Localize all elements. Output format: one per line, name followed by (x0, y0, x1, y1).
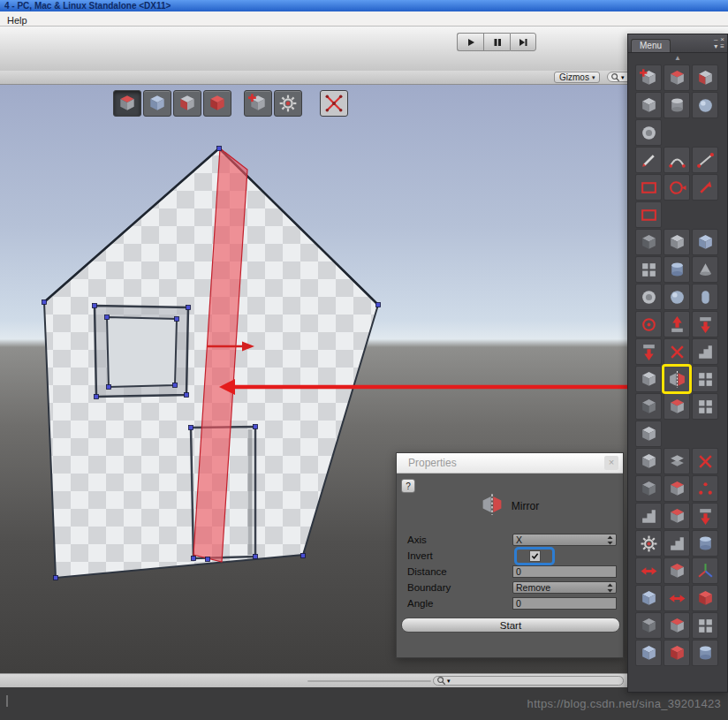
solid-red-cube-icon[interactable] (692, 585, 718, 611)
tilted-cube-icon[interactable] (635, 448, 662, 474)
pencil-icon[interactable] (635, 147, 662, 173)
collapse-arrow-icon[interactable] (692, 503, 718, 529)
axis-dropdown[interactable]: X (512, 534, 617, 546)
menu-panel-header[interactable]: Menu – × ▾ ≡ (628, 34, 727, 53)
blue-small-cube-icon[interactable] (635, 640, 662, 666)
edge-cube-icon[interactable] (692, 64, 718, 91)
steps-icon[interactable] (692, 338, 718, 365)
axis-gizmo-icon[interactable] (692, 557, 718, 584)
scroll-up-arrow[interactable]: ▲ (628, 53, 727, 64)
cylinder-icon[interactable] (664, 92, 690, 118)
check-icon (531, 552, 539, 560)
sphere-icon[interactable] (692, 92, 718, 118)
panel-caret-icon[interactable]: ▾ (714, 43, 717, 50)
arc-icon[interactable] (664, 147, 690, 173)
arrows-icon[interactable] (635, 557, 662, 584)
sphere-cube-icon[interactable] (664, 612, 690, 639)
invert-row: Invert (397, 548, 623, 564)
blue-cylinder-icon[interactable] (664, 256, 690, 283)
stack-icon[interactable] (692, 612, 718, 639)
line-points-icon[interactable] (692, 147, 718, 173)
boundary-dropdown[interactable]: Remove (512, 581, 617, 594)
red-cube-icon[interactable] (664, 64, 690, 91)
export-cube-icon[interactable] (664, 640, 690, 666)
scene-view[interactable]: Properties × ? Mirror Axis X (0, 85, 627, 673)
cube-icon[interactable] (664, 229, 690, 255)
new-shape-icon[interactable] (635, 64, 662, 91)
help-button[interactable]: ? (401, 479, 415, 493)
cube-icon[interactable] (635, 92, 662, 118)
stairs-icon[interactable] (664, 530, 690, 557)
blue-cube-icon[interactable] (635, 585, 662, 611)
extrude-down-icon[interactable] (635, 338, 662, 365)
red-cube-icon[interactable] (664, 557, 690, 584)
step-button[interactable] (510, 33, 536, 51)
bend-arrow-icon[interactable] (664, 585, 690, 611)
mini-grid-icon[interactable] (692, 393, 718, 420)
dark-cube-icon[interactable] (635, 393, 662, 420)
play-button[interactable] (457, 33, 483, 51)
red-frame-icon[interactable] (635, 174, 662, 201)
target-icon[interactable] (635, 311, 662, 337)
help-menu[interactable]: Help (0, 14, 34, 27)
spacer (664, 201, 690, 228)
vertex-mode-button[interactable] (143, 90, 171, 117)
disc-icon[interactable] (635, 284, 662, 310)
start-button[interactable]: Start (401, 618, 620, 633)
search-caret-icon: ▾ (621, 74, 625, 80)
connect-button[interactable] (320, 90, 348, 117)
dotted-cube-icon[interactable] (664, 475, 690, 502)
blue-cylinder-icon[interactable] (692, 530, 718, 557)
spacer (664, 421, 690, 447)
window-titlebar[interactable]: 4 - PC, Mac & Linux Standalone <DX11> (0, 0, 728, 11)
layers-icon[interactable] (664, 448, 690, 474)
red-top-cube-icon[interactable] (664, 393, 690, 420)
ramp-icon[interactable] (635, 503, 662, 529)
watermark-text: https://blog.csdn.net/sina_39201423 (527, 697, 721, 710)
panel-menu-icon[interactable]: ≡ (720, 43, 724, 50)
distance-field[interactable]: 0 (512, 565, 617, 578)
dark-cubes-icon[interactable] (635, 612, 662, 639)
arrow-up-icon[interactable] (664, 311, 690, 337)
bevel-cube-icon[interactable] (692, 229, 718, 255)
small-cube-icon[interactable] (635, 229, 662, 255)
cube-outline-icon[interactable] (635, 366, 662, 392)
delete-cross-icon[interactable] (692, 448, 718, 474)
cubes-group-icon[interactable] (692, 366, 718, 392)
axis-value: X (516, 534, 522, 545)
pipe-icon[interactable] (692, 640, 718, 666)
grid-icon[interactable] (635, 256, 662, 283)
red-cross-icon[interactable] (664, 338, 690, 365)
pause-button[interactable] (483, 33, 510, 51)
mirror-tool-icon[interactable] (664, 366, 690, 392)
dropdown-arrows-icon (607, 583, 613, 593)
blue-sphere-icon[interactable] (664, 284, 690, 310)
vertex-dots-icon[interactable] (692, 475, 718, 502)
object-mode-button[interactable] (113, 90, 141, 117)
red-rect-icon[interactable] (635, 201, 662, 228)
cube-icon[interactable] (635, 421, 662, 447)
swirl-icon[interactable] (635, 119, 662, 146)
gear-icon[interactable] (635, 530, 662, 557)
house-mesh[interactable] (42, 147, 381, 580)
invert-checkbox[interactable] (529, 550, 541, 562)
circle-arrow-icon[interactable] (664, 174, 690, 201)
properties-header[interactable]: Properties × (397, 453, 623, 474)
slider-groove[interactable] (307, 680, 431, 682)
gizmos-dropdown[interactable]: Gizmos ▾ (554, 72, 600, 83)
bottom-search-field[interactable]: ▾ (433, 676, 624, 686)
new-shape-button[interactable] (244, 90, 272, 117)
settings-button[interactable] (274, 90, 302, 117)
cone-icon[interactable] (692, 256, 718, 283)
dark-cube-icon[interactable] (635, 475, 662, 502)
arrow-down-icon[interactable] (692, 311, 718, 337)
face-mode-button[interactable] (203, 90, 231, 117)
capsule-icon[interactable] (692, 284, 718, 310)
edge-mode-button[interactable] (173, 90, 201, 117)
diagonal-arrow-icon[interactable] (692, 174, 718, 201)
close-icon[interactable]: × (604, 456, 618, 470)
angle-field[interactable]: 0 (512, 597, 617, 610)
boundary-row: Boundary Remove (397, 580, 623, 595)
stripe-cube-icon[interactable] (664, 503, 690, 529)
menu-tab[interactable]: Menu (631, 39, 671, 52)
